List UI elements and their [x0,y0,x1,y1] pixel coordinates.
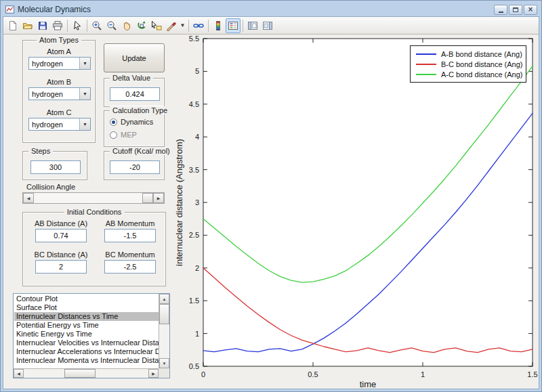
show-plot-tools-button[interactable] [260,18,275,33]
svg-text:3.5: 3.5 [189,166,199,174]
delta-value-field[interactable] [110,87,160,101]
new-figure-button[interactable] [5,18,20,33]
ab-distance-field[interactable] [35,229,87,242]
radio-dynamics-label: Dynamics [121,118,153,126]
list-item[interactable]: Internuclear Velocities vs Internuclear … [14,339,159,347]
scroll-down-arrow-icon[interactable]: ▼ [159,358,169,368]
brush-dropdown-icon[interactable]: ▼ [179,18,186,33]
list-item[interactable]: Surface Plot [14,303,159,312]
radio-dynamics[interactable]: Dynamics [110,118,153,126]
initial-conditions-panel: Initial Conditions AB Distance (A) AB Mo… [22,212,166,286]
minimize-button[interactable] [494,5,507,15]
print-figure-button[interactable] [50,18,65,33]
list-item[interactable]: Contour Plot [14,295,159,303]
new-figure-icon [7,20,18,31]
scroll-right-arrow-icon[interactable]: ▶ [148,369,159,378]
bc-distance-field[interactable] [35,260,87,274]
update-button[interactable]: Update [104,43,165,72]
listbox-horizontal-scrollbar[interactable]: ◀ ▶ [14,368,159,378]
calculation-type-title: Calculation Type [110,106,170,114]
app-window: Molecular Dynamics × [0,0,542,392]
toolbar-separator [188,20,189,32]
bc-momentum-label: BC Momentum [102,251,159,259]
toolbar-separator [208,20,209,32]
zoom-in-button[interactable] [89,18,104,33]
hide-plot-tools-button[interactable] [245,18,260,33]
legend-line-sample [416,64,436,65]
svg-text:1: 1 [195,330,199,338]
svg-text:time: time [360,379,377,389]
svg-text:1: 1 [421,370,425,378]
atom-a-select[interactable]: hydrogen ▼ [28,57,91,70]
radio-unselected-icon [110,131,117,139]
list-item[interactable]: Internuclear Accelerations vs Internucle… [14,347,159,356]
list-item[interactable]: Potential Energy vs Time [14,321,159,330]
svg-text:1.5: 1.5 [527,370,537,378]
list-item[interactable]: Kinetic Energy vs Time [14,330,159,339]
svg-text:3: 3 [195,198,199,206]
maximize-button[interactable] [509,5,522,15]
pan-button[interactable] [119,18,134,33]
link-plot-icon [193,20,204,31]
open-file-button[interactable] [20,18,35,33]
brush-button[interactable] [164,18,179,33]
radio-selected-icon [110,118,117,126]
vertical-scroll-thumb[interactable] [159,304,169,324]
atom-c-label: Atom C [23,108,95,116]
client-area: ▼ [3,16,539,389]
delta-value-title: Delta Value [110,74,153,82]
svg-text:0: 0 [201,370,205,378]
edit-plot-arrow-icon [72,20,83,31]
plot-area[interactable]: 00.511.50.511.522.533.544.555.5timeinter… [173,35,539,389]
steps-title: Steps [28,147,53,155]
data-cursor-button[interactable] [149,18,164,33]
steps-field[interactable] [30,160,81,174]
atom-types-title: Atom Types [37,36,81,44]
legend-label: B-C bond distance (Ang) [441,60,522,68]
chevron-down-icon[interactable]: ▼ [79,88,90,100]
collision-angle-slider[interactable]: ◀ ▶ [22,192,165,204]
insert-colorbar-icon [213,20,224,31]
slider-left-arrow-icon[interactable]: ◀ [23,193,34,203]
svg-text:0.5: 0.5 [189,362,199,370]
insert-colorbar-button[interactable] [211,18,226,33]
horizontal-scroll-thumb[interactable] [64,369,96,378]
ab-momentum-label: AB Momentum [102,219,159,227]
toolbar-separator [67,20,68,32]
atom-b-select[interactable]: hydrogen ▼ [28,87,91,100]
list-item[interactable]: Internuclear Momenta vs Internuclear Dis… [14,356,159,365]
scrollbar-corner [159,368,169,378]
rotate-3d-button[interactable] [134,18,149,33]
close-button[interactable]: × [524,5,537,15]
scroll-left-arrow-icon[interactable]: ◀ [14,369,24,378]
zoom-out-button[interactable] [104,18,119,33]
scroll-up-arrow-icon[interactable]: ▲ [159,294,169,304]
save-figure-button[interactable] [35,18,50,33]
titlebar[interactable]: Molecular Dynamics × [3,3,539,16]
atom-c-value: hydrogen [29,121,79,129]
save-figure-icon [37,20,48,31]
ab-momentum-field[interactable] [104,229,156,242]
plot-legend[interactable]: A-B bond distance (Ang)B-C bond distance… [410,45,526,83]
chevron-down-icon[interactable]: ▼ [79,58,90,69]
calculation-type-panel: Calculation Type Dynamics MEP [104,110,165,147]
listbox-vertical-scrollbar[interactable]: ▲ ▼ [159,294,169,368]
cutoff-field[interactable] [110,160,160,174]
hide-plot-tools-icon [247,20,258,31]
chevron-down-icon[interactable]: ▼ [79,118,90,130]
link-plot-button[interactable] [191,18,206,33]
insert-legend-button[interactable] [226,18,241,33]
edit-plot-button[interactable] [70,18,85,33]
atom-b-value: hydrogen [29,90,79,98]
plot-type-listbox[interactable]: Contour PlotSurface PlotInternuclear Dis… [13,293,170,378]
slider-thumb[interactable] [142,193,153,203]
atom-c-select[interactable]: hydrogen ▼ [28,118,91,131]
radio-mep[interactable]: MEP [110,131,137,139]
svg-text:5.5: 5.5 [189,35,199,43]
list-item[interactable]: Internuclear Distances vs Time [14,312,159,321]
ab-distance-label: AB Distance (A) [33,219,89,227]
bc-momentum-field[interactable] [104,260,156,274]
slider-track[interactable] [34,193,153,203]
svg-text:2: 2 [195,264,199,272]
slider-right-arrow-icon[interactable]: ▶ [153,193,164,203]
